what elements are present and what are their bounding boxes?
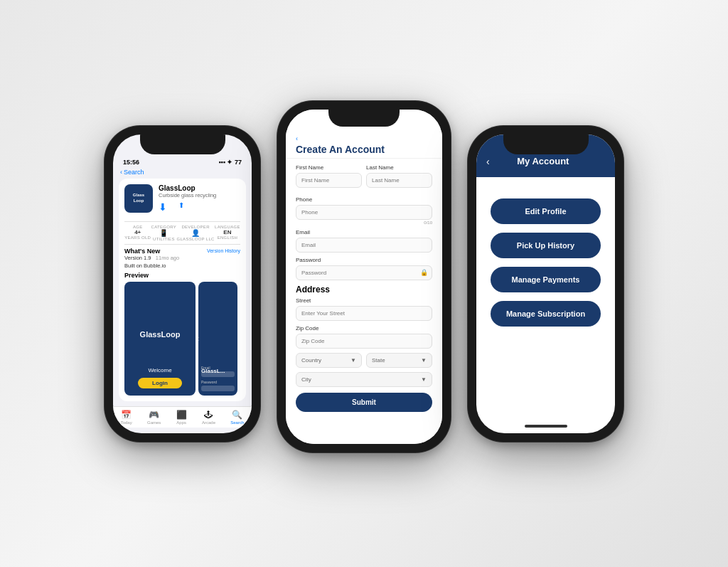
- last-name-group: Last Name: [366, 164, 432, 188]
- password-input[interactable]: [296, 265, 432, 280]
- phone-3: ‹ My Account Edit Profile Pick Up Histor…: [468, 126, 623, 442]
- country-dropdown[interactable]: Country ▼: [296, 353, 362, 368]
- scene: 15:56 ▪▪▪ ✦ 77 ‹ Search GlassLoop: [0, 0, 728, 567]
- phone2-back-nav[interactable]: ‹: [296, 135, 432, 142]
- chevron-left-icon-2: ‹: [296, 135, 298, 142]
- phone1-back-nav[interactable]: ‹ Search: [113, 167, 252, 179]
- download-icon[interactable]: ⬇: [159, 201, 167, 213]
- home-indicator: [476, 419, 615, 433]
- tab-games-label: Games: [147, 420, 161, 425]
- preview-chevron-icon: ‹: [198, 334, 199, 344]
- preview-secondary-image: ‹ GlassL... Email Password: [198, 282, 237, 396]
- back-label: Search: [124, 169, 144, 176]
- apps-icon: ⬛: [176, 410, 187, 420]
- state-dropdown[interactable]: State ▼: [366, 353, 432, 368]
- manage-payments-label: Manage Payments: [512, 275, 580, 284]
- app-meta: AGE 4+ Years Old CATEGORY 📱 Utilities DE…: [124, 221, 240, 245]
- tab-search[interactable]: 🔍 Search: [230, 410, 244, 425]
- phone-1: 15:56 ▪▪▪ ✦ 77 ‹ Search GlassLoop: [105, 126, 260, 442]
- preview-images: GlassLoop Welcome Login ‹ GlassL... Emai…: [124, 282, 240, 396]
- app-icon-text: GlassLoop: [133, 193, 144, 203]
- phone-3-wrapper: ‹ My Account Edit Profile Pick Up Histor…: [468, 126, 623, 442]
- char-count: 0/10: [296, 221, 432, 225]
- pick-up-history-label: Pick Up History: [517, 241, 574, 250]
- notch-3: [503, 134, 589, 154]
- tab-apps[interactable]: ⬛ Apps: [176, 410, 187, 425]
- phone2-form: First Name Last Name Phone: [286, 159, 442, 418]
- manage-subscription-button[interactable]: Manage Subscription: [491, 301, 601, 327]
- tab-search-label: Search: [230, 420, 244, 425]
- meta-language: LANGUAGE EN English: [215, 225, 240, 241]
- edit-profile-button[interactable]: Edit Profile: [491, 198, 601, 224]
- app-subtitle: Curbside glass recycling: [159, 192, 216, 198]
- password-group: Password 🔒: [296, 257, 432, 280]
- country-chevron-icon: ▼: [350, 357, 356, 364]
- phone3-screen: ‹ My Account Edit Profile Pick Up Histor…: [476, 134, 615, 433]
- address-section-title: Address: [296, 285, 432, 295]
- phone1-screen: 15:56 ▪▪▪ ✦ 77 ‹ Search GlassLoop: [113, 134, 252, 433]
- tab-apps-label: Apps: [176, 420, 186, 425]
- meta-category: CATEGORY 📱 Utilities: [151, 225, 177, 241]
- arcade-icon: 🕹: [204, 410, 213, 420]
- phone1-tab-bar: 📅 Today 🎮 Games ⬛ Apps 🕹: [113, 406, 252, 428]
- pick-up-history-button[interactable]: Pick Up History: [491, 233, 601, 258]
- phone2-header: ‹ Create An Account: [286, 131, 442, 159]
- password-label: Password: [296, 257, 432, 263]
- email-group: Email: [296, 229, 432, 253]
- app-name: GlassLoop: [159, 184, 216, 192]
- whats-new-title: What's New: [124, 248, 160, 255]
- email-input[interactable]: [296, 238, 432, 253]
- phone-2-wrapper: ‹ Create An Account First Name L: [277, 101, 451, 452]
- state-chevron-icon: ▼: [421, 357, 427, 364]
- manage-payments-button[interactable]: Manage Payments: [491, 267, 601, 292]
- last-name-input[interactable]: [366, 173, 432, 188]
- name-row: First Name Last Name: [296, 164, 432, 192]
- street-input[interactable]: [296, 306, 432, 321]
- submit-button[interactable]: Submit: [296, 393, 432, 412]
- notch-1: [140, 134, 225, 154]
- app-actions: ⬇ ⬆: [159, 201, 216, 213]
- tab-arcade[interactable]: 🕹 Arcade: [202, 410, 215, 425]
- phone-input[interactable]: [296, 205, 432, 220]
- meta-developer: DEVELOPER 👤 GlassLoop LLC: [177, 225, 215, 241]
- zip-input[interactable]: [296, 334, 432, 349]
- preview-section: Preview GlassLoop Welcome Login ‹ GlassL…: [124, 272, 240, 396]
- first-name-group: First Name: [296, 164, 362, 188]
- phone3-content: Edit Profile Pick Up History Manage Paym…: [476, 177, 615, 419]
- version-ago: 11mo ago: [156, 255, 179, 261]
- first-name-label: First Name: [296, 164, 362, 171]
- state-label: State: [372, 357, 385, 364]
- tab-games[interactable]: 🎮 Games: [147, 410, 161, 425]
- preview-logo: GlassLoop: [140, 330, 181, 339]
- email-label: Email: [296, 229, 432, 235]
- preview-title: Preview: [124, 272, 240, 279]
- first-name-input[interactable]: [296, 173, 362, 188]
- phone1-status-bar: 15:56 ▪▪▪ ✦ 77: [113, 156, 252, 167]
- tab-today-label: Today: [121, 420, 132, 425]
- city-dropdown[interactable]: City ▼: [296, 372, 432, 387]
- signal-icons: ▪▪▪ ✦ 77: [218, 159, 242, 166]
- home-bar: [525, 425, 567, 428]
- version-text: Version 1.9 11mo ago: [124, 255, 240, 261]
- password-input-wrapper: 🔒: [296, 265, 432, 280]
- phone3-title: My Account: [496, 156, 591, 166]
- lock-icon: 🔒: [420, 269, 428, 276]
- zip-group: Zip Code: [296, 325, 432, 349]
- login-button[interactable]: Login: [138, 378, 182, 388]
- street-label: Street: [296, 297, 432, 304]
- phone1-content: GlassLoop GlassLoop Curbside glass recyc…: [119, 179, 246, 401]
- phone-2: ‹ Create An Account First Name L: [277, 101, 451, 452]
- preview-main-image: GlassLoop Welcome Login: [124, 282, 196, 396]
- phone-group: Phone 0/10: [296, 196, 432, 225]
- version-history-link[interactable]: Version History: [207, 248, 240, 253]
- whats-new-header: What's New Version History: [124, 248, 240, 255]
- chevron-left-icon: ‹: [120, 169, 122, 176]
- tab-today[interactable]: 📅 Today: [121, 410, 132, 425]
- edit-profile-label: Edit Profile: [525, 207, 566, 216]
- country-state-row: Country ▼ State ▼: [296, 353, 432, 368]
- games-icon: 🎮: [149, 410, 159, 420]
- share-icon[interactable]: ⬆: [178, 201, 184, 213]
- phone3-back-icon[interactable]: ‹: [486, 156, 490, 167]
- meta-age: AGE 4+ Years Old: [124, 225, 151, 241]
- last-name-label: Last Name: [366, 164, 432, 171]
